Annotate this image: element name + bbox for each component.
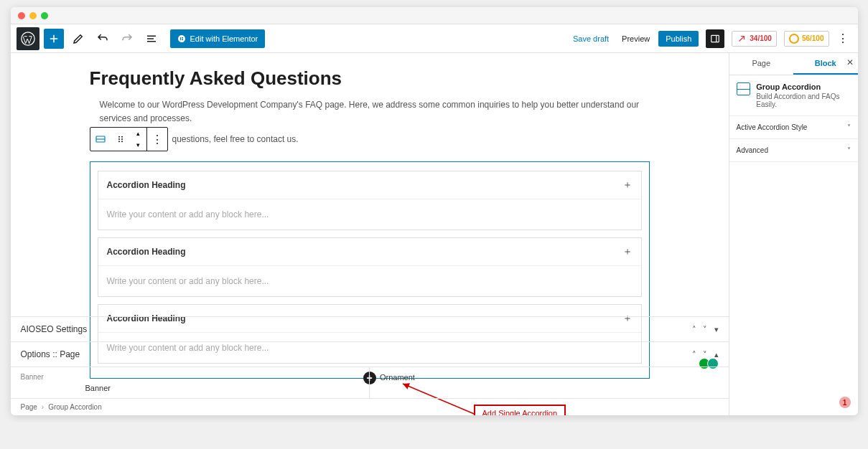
accordion-content-placeholder[interactable]: Write your content or add any block here…: [98, 266, 641, 296]
accordion-heading[interactable]: Accordion Heading: [107, 247, 186, 257]
add-block-button[interactable]: [44, 29, 64, 49]
document-outline-button[interactable]: [141, 29, 162, 49]
accordion-content-placeholder[interactable]: Write your content or add any block here…: [98, 199, 641, 230]
notification-badge[interactable]: 1: [839, 397, 851, 408]
block-toolbar: ▴ ▾ ⋮: [90, 127, 168, 151]
window-min-dot[interactable]: [29, 12, 37, 19]
seo-score-1[interactable]: 34/100: [732, 31, 777, 47]
wp-topbar: Edit with Elementor Save draft Preview P…: [11, 24, 858, 53]
options-columns: Banner Banner Ornament: [11, 367, 729, 398]
chevron-down-icon: ˅: [847, 146, 851, 154]
block-desc: Build Accordion and FAQs Easily.: [756, 93, 850, 108]
svg-rect-8: [182, 37, 183, 38]
window-max-dot[interactable]: [41, 12, 48, 19]
window-controls: [11, 7, 858, 24]
svg-rect-7: [180, 37, 181, 40]
page-title[interactable]: Frequently Asked Questions: [90, 67, 650, 90]
col-value[interactable]: Ornament: [380, 373, 415, 382]
window-close-dot[interactable]: [18, 12, 25, 19]
expand-icon[interactable]: ＋: [622, 245, 633, 258]
redo-button[interactable]: [117, 29, 137, 49]
svg-point-15: [118, 136, 120, 138]
undo-button[interactable]: [93, 29, 113, 49]
preview-link[interactable]: Preview: [617, 34, 654, 43]
accordion-heading[interactable]: Accordion Heading: [107, 180, 186, 190]
more-menu-button[interactable]: ⋮: [834, 32, 852, 45]
breadcrumb-sep-icon: ›: [42, 403, 44, 411]
sidebar-toggle-button[interactable]: [706, 29, 724, 48]
save-draft-link[interactable]: Save draft: [569, 34, 613, 43]
panel-up-icon[interactable]: ˄: [692, 350, 696, 359]
panel-down-icon[interactable]: ˅: [703, 350, 707, 359]
move-down-button[interactable]: ▾: [131, 139, 146, 151]
drag-handle-icon[interactable]: [111, 128, 131, 151]
elementor-label: Edit with Elementor: [190, 34, 258, 43]
accordion-item[interactable]: Accordion Heading ＋ Write your content o…: [98, 171, 642, 230]
panel-down-icon[interactable]: ˅: [703, 325, 707, 334]
block-options-button[interactable]: ⋮: [147, 128, 167, 151]
intro-paragraph-1[interactable]: Welcome to our WordPress Development Com…: [90, 98, 650, 126]
browser-window: Edit with Elementor Save draft Preview P…: [11, 7, 858, 415]
panel-top-icon[interactable]: ▴: [714, 350, 719, 359]
close-sidebar-icon[interactable]: ✕: [846, 57, 854, 67]
panel-up-icon[interactable]: ˄: [692, 325, 696, 334]
col-value[interactable]: Banner: [21, 384, 111, 392]
group-accordion-icon: [737, 82, 751, 95]
editor-main: Frequently Asked Questions Welcome to ou…: [11, 53, 729, 415]
svg-point-17: [118, 138, 120, 140]
tab-page[interactable]: Page: [729, 53, 794, 75]
block-name: Group Accordion: [756, 82, 850, 91]
svg-point-16: [121, 136, 123, 138]
svg-rect-10: [182, 39, 183, 40]
options-panel[interactable]: Options :: Page ˄ ˅ ▴: [11, 341, 729, 367]
svg-rect-9: [182, 38, 183, 39]
intro-paragraph-2-tail[interactable]: questions, feel free to contact us.: [172, 134, 299, 144]
block-type-icon[interactable]: [90, 128, 111, 151]
col-label: Banner: [21, 373, 360, 381]
edit-with-elementor-button[interactable]: Edit with Elementor: [170, 29, 266, 48]
panel-active-style[interactable]: Active Accordion Style ˅: [729, 116, 858, 139]
svg-point-0: [21, 32, 34, 44]
wordpress-logo[interactable]: [17, 27, 39, 50]
block-info: Group Accordion Build Accordion and FAQs…: [729, 75, 858, 116]
panel-menu-icon[interactable]: ▾: [714, 325, 719, 334]
svg-point-19: [118, 141, 120, 143]
accordion-item[interactable]: Accordion Heading ＋ Write your content o…: [98, 237, 642, 297]
edit-icon[interactable]: [68, 29, 88, 49]
breadcrumb-page[interactable]: Page: [21, 403, 37, 411]
settings-sidebar: Page Block ✕ Group Accordion Build Accor…: [729, 53, 858, 415]
expand-icon[interactable]: ＋: [622, 179, 633, 192]
move-up-button[interactable]: ▴: [131, 128, 146, 139]
chevron-down-icon: ˅: [847, 123, 851, 131]
publish-button[interactable]: Publish: [658, 31, 699, 47]
svg-point-18: [121, 138, 123, 140]
breadcrumb-block[interactable]: Group Accordion: [48, 403, 102, 411]
svg-rect-11: [711, 35, 719, 42]
aioseo-panel[interactable]: AIOSEO Settings ˄ ˅ ▾: [11, 316, 729, 341]
svg-point-20: [121, 141, 123, 143]
panel-advanced[interactable]: Advanced ˅: [729, 139, 858, 162]
breadcrumb: Page › Group Accordion: [11, 398, 729, 415]
seo-score-2[interactable]: 56/100: [784, 31, 829, 47]
